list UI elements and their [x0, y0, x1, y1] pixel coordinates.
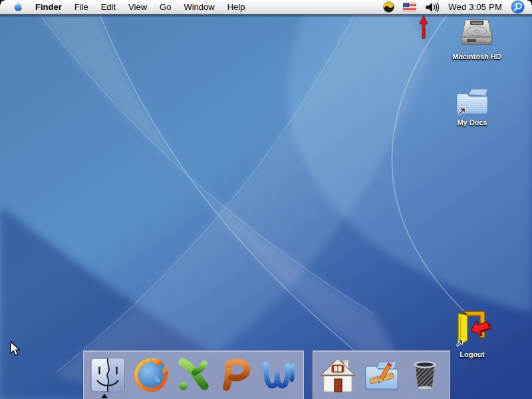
- menu-window[interactable]: Window: [184, 0, 214, 14]
- screen-corner-right: [527, 0, 532, 5]
- screen-corner-left: [0, 0, 5, 5]
- powerpoint-icon: [218, 357, 254, 393]
- dock-files-section: [313, 350, 450, 399]
- menu-file[interactable]: File: [74, 0, 88, 14]
- menu-help[interactable]: Help: [227, 0, 245, 14]
- us-flag-icon: [403, 3, 416, 11]
- firefox-icon: [132, 356, 170, 394]
- volume-icon: [425, 2, 440, 13]
- logout-door-icon: [452, 309, 493, 348]
- spotlight-icon: [511, 0, 525, 14]
- finder-icon: [90, 358, 125, 392]
- yin-yang-icon: [383, 1, 394, 13]
- arrow-pointer-icon: [9, 341, 24, 357]
- folder-alias-icon: [454, 86, 490, 116]
- menu-bar-left: Finder File Edit View Go Window Help: [0, 0, 245, 14]
- input-language-menu[interactable]: [403, 0, 416, 14]
- desktop-icon-label: My Docs: [457, 118, 487, 126]
- menu-bar: Finder File Edit View Go Window Help: [0, 0, 532, 15]
- dock-item-applications[interactable]: [363, 355, 400, 395]
- dock-item-finder[interactable]: [89, 355, 126, 395]
- finder-running-indicator: [101, 394, 108, 398]
- excel-icon: [176, 357, 211, 393]
- trash-icon: [408, 358, 442, 392]
- spotlight-button[interactable]: [511, 0, 525, 14]
- applications-folder-icon: [364, 358, 400, 392]
- volume-menu-extra[interactable]: [425, 0, 440, 14]
- desktop-icon-label: Macintosh HD: [452, 53, 501, 61]
- mouse-cursor: [9, 341, 24, 360]
- dock-apps-section: [83, 350, 304, 399]
- word-icon: [261, 357, 297, 393]
- menu-edit[interactable]: Edit: [101, 0, 116, 14]
- annotation-red-arrow: [418, 15, 429, 42]
- home-icon: [320, 357, 356, 393]
- app-menu-finder[interactable]: Finder: [35, 0, 62, 14]
- dock-item-word[interactable]: [261, 355, 298, 395]
- menu-go[interactable]: Go: [160, 0, 171, 14]
- dock-item-firefox[interactable]: [132, 355, 170, 395]
- red-up-arrow-icon: [418, 15, 429, 39]
- apple-menu[interactable]: [13, 0, 23, 14]
- desktop-icon-my-docs[interactable]: My Docs: [436, 86, 509, 126]
- mac-desktop-screen: Finder File Edit View Go Window Help: [0, 0, 532, 399]
- apple-logo-icon: [13, 1, 23, 13]
- hard-drive-icon: [458, 19, 496, 51]
- menu-clock[interactable]: Wed 3:05 PM: [448, 0, 502, 14]
- dock-item-excel[interactable]: [175, 355, 212, 395]
- dock-item-trash[interactable]: [406, 355, 444, 395]
- desktop-icon-macintosh-hd[interactable]: Macintosh HD: [440, 19, 513, 61]
- antivirus-menu-extra[interactable]: [383, 0, 394, 14]
- dock-item-home[interactable]: [319, 355, 356, 395]
- dock-item-powerpoint[interactable]: [217, 355, 255, 395]
- menu-view[interactable]: View: [128, 0, 147, 14]
- menu-bar-right: Wed 3:05 PM: [383, 0, 532, 14]
- desktop-icon-label: Logout: [460, 350, 484, 358]
